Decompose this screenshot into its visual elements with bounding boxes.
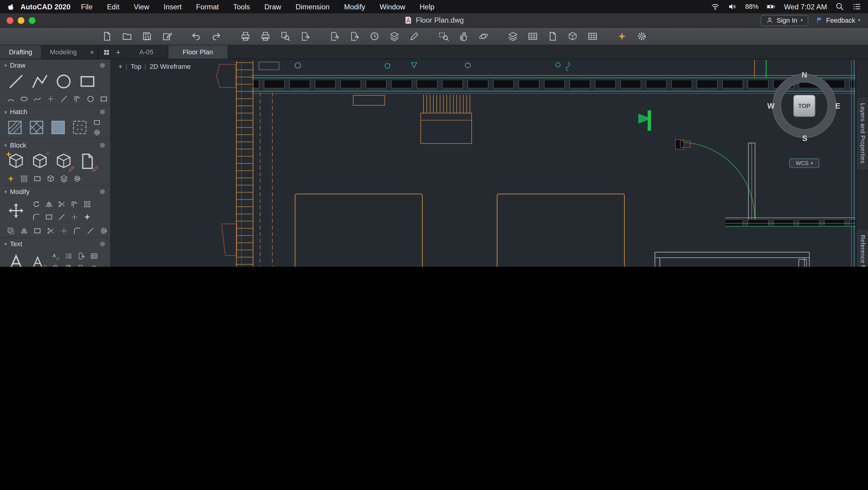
hatch-cross-icon[interactable] — [28, 119, 45, 136]
visual-style-button[interactable]: 2D Wireframe — [150, 63, 191, 70]
section-gear-icon[interactable] — [99, 240, 106, 247]
batch-plot-icon[interactable] — [258, 30, 272, 43]
menu-edit[interactable]: Edit — [107, 2, 119, 11]
hatch-diagonal-icon[interactable] — [7, 119, 23, 136]
mirror-tool-icon[interactable] — [45, 200, 53, 208]
region-tool-icon[interactable] — [100, 95, 108, 103]
multiline-text-icon[interactable] — [7, 253, 25, 267]
open-icon[interactable] — [120, 30, 133, 43]
viewcube-north[interactable]: N — [802, 70, 807, 79]
edit-block-icon[interactable] — [54, 152, 73, 171]
whats-new-icon[interactable] — [615, 30, 628, 43]
spell-check-icon[interactable] — [52, 252, 60, 260]
pan-icon[interactable] — [457, 30, 470, 43]
ellipse-tool-icon[interactable] — [20, 95, 28, 103]
fillet-tool-icon[interactable] — [32, 213, 41, 221]
modify-settings-icon[interactable] — [100, 227, 108, 235]
new-drawing-tab-button[interactable]: + — [116, 48, 121, 56]
text-field-icon[interactable] — [64, 264, 72, 267]
scale-tool-icon[interactable] — [45, 213, 53, 221]
menu-format[interactable]: Format — [196, 2, 219, 11]
viewcube-south[interactable]: S — [802, 134, 807, 142]
move-tool-icon[interactable] — [7, 201, 25, 220]
orbit-icon[interactable] — [476, 30, 490, 43]
create-block-icon[interactable] — [30, 152, 49, 171]
spotlight-search-icon[interactable] — [835, 2, 844, 11]
zoom-window-button[interactable] — [29, 17, 36, 24]
file-tabs-menu-icon[interactable] — [103, 49, 110, 56]
bathroom[interactable] — [655, 252, 809, 267]
layer-properties-icon[interactable] — [506, 30, 519, 43]
block-settings-icon[interactable] — [73, 175, 82, 183]
point-tool-icon[interactable] — [46, 95, 55, 103]
section-gear-icon[interactable] — [99, 109, 106, 115]
door-marker[interactable] — [638, 110, 652, 131]
wifi-icon[interactable] — [711, 2, 720, 11]
file-tab-floor-plan[interactable]: Floor Plan — [168, 46, 228, 59]
trim-tool-icon[interactable] — [58, 200, 66, 208]
top-fixtures[interactable] — [259, 62, 569, 144]
etransmit-icon[interactable] — [368, 30, 381, 43]
stretch-tool-icon[interactable] — [58, 213, 66, 221]
rotate-tool-icon[interactable] — [32, 200, 41, 208]
app-menu-title[interactable]: AutoCAD 2020 — [21, 2, 70, 11]
red-outline-shapes[interactable] — [216, 64, 237, 256]
single-line-text-icon[interactable] — [30, 255, 45, 267]
rectangle-tool-icon[interactable] — [78, 72, 97, 91]
section-gear-icon[interactable] — [99, 142, 106, 148]
qnew-icon[interactable] — [100, 30, 113, 43]
viewcube[interactable]: N W E S TOP — [771, 73, 838, 139]
bathroom-partition-wall[interactable] — [725, 143, 855, 226]
hatch-settings-icon[interactable] — [93, 128, 101, 136]
block-base-icon[interactable] — [33, 175, 41, 183]
menu-extras-icon[interactable] — [852, 2, 861, 11]
offset-tool-icon[interactable] — [70, 200, 79, 208]
drawing-canvas[interactable]: + Top 2D Wireframe N W E S TOP WCS — [111, 59, 856, 267]
menu-help[interactable]: Help — [420, 2, 434, 11]
text-pdf-icon[interactable] — [77, 264, 85, 267]
markup-icon[interactable] — [407, 30, 421, 43]
battery-charging-icon[interactable] — [767, 2, 775, 11]
export-icon[interactable] — [347, 30, 361, 43]
entry-door[interactable] — [675, 140, 755, 218]
section-header-text[interactable]: ▾ Text — [0, 239, 110, 249]
sign-in-button[interactable]: Sign In ▾ — [761, 15, 808, 26]
viewcube-west[interactable]: W — [767, 102, 775, 110]
external-references-icon[interactable] — [546, 30, 559, 43]
menu-dimension[interactable]: Dimension — [296, 2, 330, 11]
edit-polyline-icon[interactable] — [87, 227, 95, 235]
volume-icon[interactable] — [728, 2, 737, 11]
block-attribute-icon[interactable] — [7, 175, 15, 183]
circle-tool-icon[interactable] — [54, 72, 73, 91]
text-style-icon[interactable] — [90, 252, 98, 260]
workspace-tab-modeling[interactable]: Modeling — [41, 46, 86, 59]
break-tool-icon[interactable] — [20, 227, 28, 235]
viewcube-east[interactable]: E — [835, 102, 840, 110]
menu-draw[interactable]: Draw — [264, 2, 281, 11]
text-align-icon[interactable] — [64, 252, 72, 260]
save-icon[interactable] — [140, 30, 153, 43]
divide-tool-icon[interactable] — [60, 227, 68, 235]
section-header-draw[interactable]: ▾ Draw — [0, 60, 110, 70]
section-gear-icon[interactable] — [99, 62, 106, 69]
zoom-window-icon[interactable] — [437, 30, 450, 43]
text-settings-icon[interactable] — [90, 264, 98, 267]
polygon-tool-icon[interactable] — [73, 95, 82, 103]
xline-tool-icon[interactable] — [60, 95, 68, 103]
block-layers-icon[interactable] — [60, 175, 68, 183]
panel-tab-reference-manager[interactable]: Reference Manager — [858, 230, 868, 267]
explode-tool-icon[interactable] — [70, 213, 79, 221]
publish-icon[interactable] — [299, 30, 312, 43]
floorplan-svg[interactable] — [111, 59, 856, 267]
menu-file[interactable]: File — [81, 2, 93, 11]
tool-palettes-icon[interactable] — [586, 30, 599, 43]
donut-tool-icon[interactable] — [87, 95, 95, 103]
import-icon[interactable] — [328, 30, 341, 43]
hatch-gradient-icon[interactable] — [71, 119, 88, 136]
options-icon[interactable] — [635, 30, 648, 43]
plot-preview-icon[interactable] — [278, 30, 292, 43]
feedback-button[interactable]: Feedback ▾ — [816, 16, 860, 24]
collapse-palette-button[interactable]: « — [86, 46, 98, 59]
view-control-button[interactable]: Top — [130, 63, 141, 70]
hatch-solid-icon[interactable] — [50, 119, 66, 136]
